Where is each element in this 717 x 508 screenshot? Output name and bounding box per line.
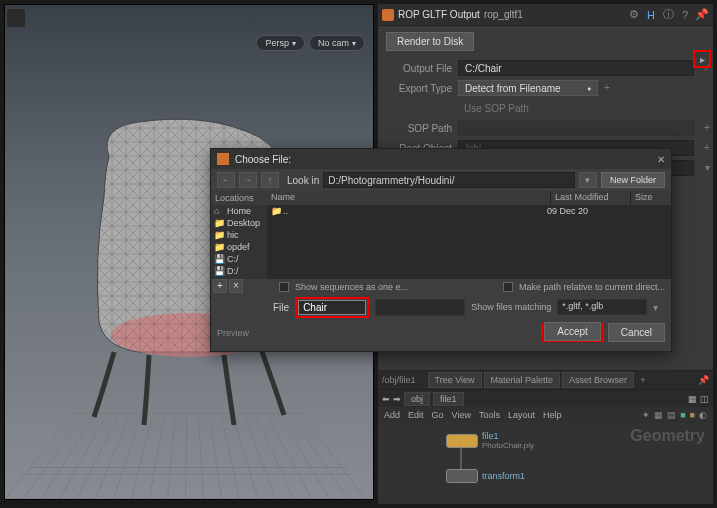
path-dropdown-icon[interactable]: ▾ (579, 172, 597, 188)
close-icon[interactable]: ✕ (657, 154, 665, 165)
relative-checkbox[interactable] (503, 282, 513, 292)
home-icon: ⌂ (214, 206, 224, 216)
output-file-label: Output File (378, 63, 458, 74)
cancel-button[interactable]: Cancel (608, 323, 665, 342)
chevron-down-icon[interactable]: ▾ (653, 302, 658, 313)
location-hic[interactable]: 📁hic (211, 229, 267, 241)
location-c-drive[interactable]: 💾C:/ (211, 253, 267, 265)
node-type-icon (382, 9, 394, 21)
menu-add[interactable]: Add (384, 410, 400, 420)
file-label: File (273, 302, 289, 313)
column-modified[interactable]: Last Modified (551, 191, 631, 205)
pin-icon[interactable]: 📌 (698, 375, 709, 385)
tool-icon[interactable]: ■ (690, 410, 695, 420)
folder-icon: 📁 (214, 218, 224, 228)
menu-tools[interactable]: Tools (479, 410, 500, 420)
persp-dropdown[interactable]: Persp (256, 35, 305, 51)
tool-icon[interactable]: ■ (680, 410, 685, 420)
export-type-label: Export Type (378, 83, 458, 94)
help-icon[interactable]: ? (678, 8, 692, 22)
menu-go[interactable]: Go (432, 410, 444, 420)
remove-location-button[interactable]: × (229, 279, 243, 293)
plus-icon[interactable]: + (701, 142, 713, 154)
filter-dropdown[interactable]: *.gltf, *.glb (557, 299, 647, 315)
location-opdef[interactable]: 📁opdef (211, 241, 267, 253)
sequences-checkbox[interactable] (279, 282, 289, 292)
column-name[interactable]: Name (267, 191, 551, 205)
houdini-icon[interactable]: H (644, 8, 658, 22)
location-d-drive[interactable]: 💾D:/ (211, 265, 267, 277)
panel-title: ROP GLTF Output (398, 9, 480, 20)
chevron-down-icon[interactable]: ▾ (701, 162, 713, 174)
file-chooser-button[interactable]: ▸ (693, 50, 711, 68)
context-watermark: Geometry (630, 427, 705, 445)
node-name[interactable]: rop_gltf1 (484, 9, 523, 20)
location-desktop[interactable]: 📁Desktop (211, 217, 267, 229)
file-list[interactable]: Name Last Modified Size 📁 .. 09 Dec 20 (267, 191, 671, 279)
new-folder-button[interactable]: New Folder (601, 172, 665, 188)
menu-layout[interactable]: Layout (508, 410, 535, 420)
file-chooser-dialog: Choose File: ✕ ← → ↑ Look in D:/Photogra… (210, 148, 672, 352)
add-location-button[interactable]: + (213, 279, 227, 293)
dialog-icon (217, 153, 229, 165)
relative-label: Make path relative to current direct... (519, 282, 665, 292)
camera-dropdown[interactable]: No cam (309, 35, 365, 51)
network-canvas[interactable]: Geometry file1 PhotoChair.ply transform1 (378, 423, 713, 499)
tool-icon[interactable]: ▤ (667, 410, 676, 420)
gear-icon[interactable]: ⚙ (627, 8, 641, 22)
nav-forward-button[interactable]: → (239, 172, 257, 188)
parent-dir-row[interactable]: 📁 .. 09 Dec 20 (267, 205, 671, 217)
plus-icon[interactable]: + (601, 82, 613, 94)
node-transform1[interactable]: transform1 (446, 469, 525, 483)
nav-back-button[interactable]: ← (217, 172, 235, 188)
menu-edit[interactable]: Edit (408, 410, 424, 420)
folder-icon: 📁 (214, 230, 224, 240)
filename-input[interactable] (298, 300, 366, 315)
tool-icon[interactable]: ◐ (699, 410, 707, 420)
tool-icon[interactable]: ✦ (642, 410, 650, 420)
export-type-dropdown[interactable]: Detect from Filename (458, 80, 598, 96)
lookin-path-field[interactable]: D:/Photogrammetry/Houdini/ (323, 172, 575, 188)
file-icon: ▸ (700, 54, 705, 65)
info-icon[interactable]: ⓘ (661, 8, 675, 22)
sequences-label: Show sequences as one e... (295, 282, 408, 292)
folder-up-icon: 📁 (271, 206, 283, 216)
menu-view[interactable]: View (452, 410, 471, 420)
preview-label: Preview (217, 328, 249, 338)
breadcrumb-path[interactable]: /obj/file1 (382, 375, 416, 385)
lookin-label: Look in (287, 175, 319, 186)
locations-sidebar: Locations ⌂Home 📁Desktop 📁hic 📁opdef 💾C:… (211, 191, 267, 279)
locations-header: Locations (211, 191, 267, 205)
render-button[interactable]: Render to Disk (386, 32, 474, 51)
path-file1[interactable]: file1 (433, 392, 464, 406)
output-file-field[interactable]: C:/Chair (458, 60, 694, 76)
tab-tree-view[interactable]: Tree View (428, 372, 482, 388)
path-obj[interactable]: obj (404, 392, 430, 406)
folder-icon: 📁 (214, 242, 224, 252)
drive-icon: 💾 (214, 266, 224, 276)
dialog-title: Choose File: (235, 154, 291, 165)
column-size[interactable]: Size (631, 191, 671, 205)
viewport-toolbar (7, 7, 371, 29)
tab-asset-browser[interactable]: Asset Browser (562, 372, 634, 388)
add-tab-icon[interactable]: + (640, 375, 645, 385)
nav-fwd-icon[interactable]: ➡ (393, 394, 401, 404)
drive-icon: 💾 (214, 254, 224, 264)
filename-ext-field[interactable] (375, 299, 465, 316)
pin-icon[interactable]: 📌 (695, 8, 709, 22)
tool-icon[interactable]: ▦ (654, 410, 663, 420)
viewport-menu-icon[interactable] (7, 9, 25, 27)
plus-icon[interactable]: + (701, 122, 713, 134)
grid-icon[interactable]: ▦ (688, 394, 697, 404)
sop-path-field (458, 120, 694, 136)
accept-button[interactable]: Accept (544, 322, 601, 341)
matching-label: Show files matching (471, 302, 551, 312)
menu-help[interactable]: Help (543, 410, 562, 420)
tab-material-palette[interactable]: Material Palette (484, 372, 561, 388)
nav-up-button[interactable]: ↑ (261, 172, 279, 188)
location-home[interactable]: ⌂Home (211, 205, 267, 217)
network-editor: /obj/file1 Tree View Material Palette As… (378, 370, 713, 504)
view-icon[interactable]: ◫ (700, 394, 709, 404)
sop-path-label: SOP Path (378, 123, 458, 134)
nav-back-icon[interactable]: ⬅ (382, 394, 390, 404)
